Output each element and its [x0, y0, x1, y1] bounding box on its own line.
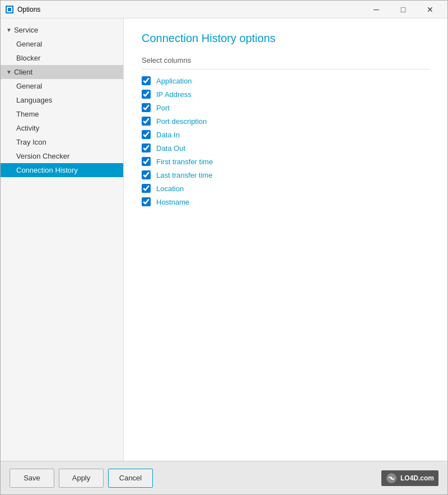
sidebar-item-version-checker[interactable]: Version Checker — [1, 149, 123, 163]
sidebar-item-theme[interactable]: Theme — [1, 107, 123, 121]
sidebar-label-general-client: General — [16, 82, 42, 90]
minimize-button[interactable]: ─ — [363, 2, 389, 17]
checkbox-item-data-out[interactable]: Data Out — [142, 144, 430, 152]
footer: Save Apply Cancel LO4D.com — [1, 461, 447, 494]
sidebar-label-tray-icon: Tray Icon — [16, 138, 46, 146]
checkbox-hostname[interactable] — [142, 197, 151, 206]
panel-title: Connection History options — [142, 32, 430, 45]
save-button[interactable]: Save — [10, 469, 54, 488]
checkbox-ip-address[interactable] — [142, 90, 151, 99]
checkbox-label-hostname[interactable]: Hostname — [156, 198, 189, 206]
window-title: Options — [17, 6, 363, 13]
checkbox-item-port-description[interactable]: Port description — [142, 117, 430, 126]
arrow-icon-client: ▼ — [6, 69, 12, 75]
sidebar-label-general-service: General — [16, 40, 42, 48]
checkbox-first-transfer-time[interactable] — [142, 157, 151, 166]
sidebar-item-general-service[interactable]: General — [1, 37, 123, 51]
watermark-icon — [386, 473, 397, 484]
sidebar: ▼ Service General Blocker ▼ Client Gener… — [1, 18, 124, 461]
checkbox-port[interactable] — [142, 103, 151, 112]
arrow-icon: ▼ — [6, 27, 12, 33]
close-button[interactable]: ✕ — [417, 2, 443, 17]
checkbox-last-transfer-time[interactable] — [142, 170, 151, 179]
options-window: Options ─ □ ✕ ▼ Service General Blocker … — [0, 0, 448, 495]
sidebar-label-activity: Activity — [16, 124, 39, 132]
svg-point-4 — [390, 477, 393, 479]
checkbox-label-last-transfer-time[interactable]: Last transfer time — [156, 171, 212, 179]
watermark-text: LO4D.com — [400, 474, 434, 482]
sidebar-item-service[interactable]: ▼ Service — [1, 23, 123, 37]
checkbox-location[interactable] — [142, 184, 151, 193]
cancel-button[interactable]: Cancel — [108, 469, 153, 488]
maximize-button[interactable]: □ — [390, 2, 416, 17]
main-panel: Connection History options Select column… — [124, 18, 447, 461]
checkbox-item-ip-address[interactable]: IP Address — [142, 90, 430, 99]
sidebar-label-client: Client — [14, 68, 32, 76]
app-icon — [5, 5, 14, 14]
checkbox-label-data-out[interactable]: Data Out — [156, 144, 185, 152]
checkbox-label-data-in[interactable]: Data In — [156, 131, 180, 139]
sidebar-item-blocker[interactable]: Blocker — [1, 51, 123, 65]
checkbox-data-out[interactable] — [142, 144, 151, 152]
sidebar-item-client[interactable]: ▼ Client — [1, 65, 123, 79]
section-label: Select columns — [142, 56, 430, 70]
sidebar-item-activity[interactable]: Activity — [1, 121, 123, 135]
sidebar-label-version-checker: Version Checker — [16, 152, 69, 160]
content-area: ▼ Service General Blocker ▼ Client Gener… — [1, 18, 447, 461]
checkbox-item-port[interactable]: Port — [142, 103, 430, 112]
checkbox-label-port-description[interactable]: Port description — [156, 117, 207, 126]
svg-rect-2 — [8, 8, 11, 11]
checkbox-data-in[interactable] — [142, 130, 151, 139]
checkbox-port-description[interactable] — [142, 117, 151, 126]
checkbox-item-location[interactable]: Location — [142, 184, 430, 193]
checkbox-item-hostname[interactable]: Hostname — [142, 197, 430, 206]
sidebar-item-connection-history[interactable]: Connection History — [1, 163, 123, 177]
checkbox-item-data-in[interactable]: Data In — [142, 130, 430, 139]
apply-button[interactable]: Apply — [59, 469, 104, 488]
sidebar-label-blocker: Blocker — [16, 54, 40, 62]
checkbox-list: Application IP Address Port Port descrip… — [142, 76, 430, 206]
sidebar-label-languages: Languages — [16, 96, 52, 104]
sidebar-label-theme: Theme — [16, 110, 39, 118]
checkbox-application[interactable] — [142, 76, 151, 85]
sidebar-item-tray-icon[interactable]: Tray Icon — [1, 135, 123, 149]
checkbox-item-last-transfer-time[interactable]: Last transfer time — [142, 170, 430, 179]
checkbox-label-application[interactable]: Application — [156, 77, 192, 85]
checkbox-item-application[interactable]: Application — [142, 76, 430, 85]
sidebar-label-service: Service — [14, 26, 38, 34]
checkbox-label-first-transfer-time[interactable]: First transfer time — [156, 158, 213, 166]
sidebar-label-connection-history: Connection History — [16, 166, 78, 174]
sidebar-item-languages[interactable]: Languages — [1, 93, 123, 107]
title-bar: Options ─ □ ✕ — [1, 1, 447, 18]
checkbox-item-first-transfer-time[interactable]: First transfer time — [142, 157, 430, 166]
window-controls: ─ □ ✕ — [363, 2, 443, 17]
checkbox-label-ip-address[interactable]: IP Address — [156, 90, 192, 99]
checkbox-label-location[interactable]: Location — [156, 184, 184, 193]
checkbox-label-port[interactable]: Port — [156, 104, 170, 112]
sidebar-item-general-client[interactable]: General — [1, 79, 123, 93]
watermark: LO4D.com — [381, 470, 438, 486]
